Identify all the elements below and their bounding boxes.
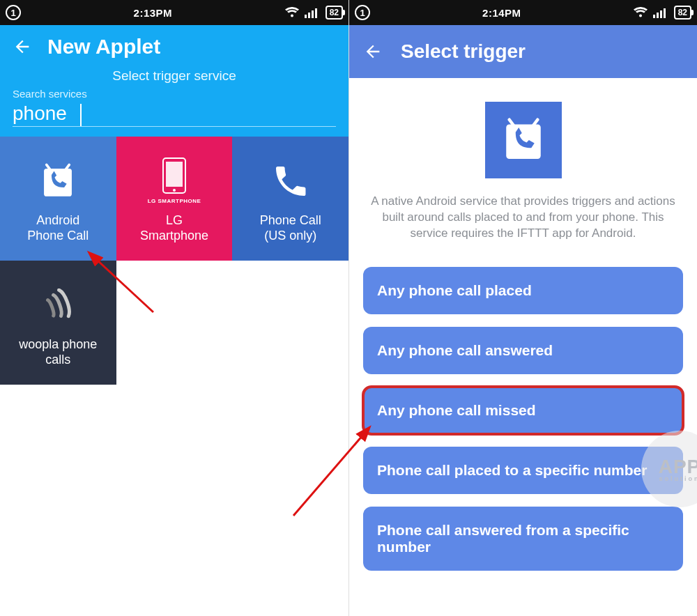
trigger-any-call-placed[interactable]: Any phone call placed [363,267,683,314]
trigger-any-call-missed[interactable]: Any phone call missed [363,387,683,434]
search-input[interactable] [13,100,336,127]
service-hero: A native Android service that provides t… [349,102,697,242]
header: New Applet Select trigger service Search… [0,25,348,137]
sim-indicator: 1 [6,5,21,20]
page-subtitle: Select trigger service [13,68,336,84]
svg-rect-2 [312,10,314,18]
screen-new-applet: 1 2:13PM 82 New Applet Select trigger se… [0,0,348,616]
svg-rect-11 [660,10,662,18]
empty-area [0,385,348,594]
signal-icon [305,7,320,18]
service-label: Phone Call(US only) [260,213,321,244]
text-cursor-icon [80,104,82,126]
service-label: LGSmartphone [140,213,208,244]
service-grid: AndroidPhone Call LG SMARTPHONE LGSmartp… [0,137,348,385]
svg-rect-6 [166,162,183,187]
page-title: New Applet [47,35,160,59]
lg-caption: LG SMARTPHONE [148,198,201,204]
screen-select-trigger: 1 2:14PM 82 Select trigger A native Andr… [348,0,697,616]
android-phone-icon [485,102,562,178]
svg-rect-3 [315,8,317,18]
woopla-icon [38,278,78,332]
svg-rect-10 [657,13,659,18]
battery-indicator: 82 [674,6,691,20]
service-label: woopla phonecalls [19,337,97,368]
signal-icon [653,7,668,18]
service-woopla[interactable]: woopla phonecalls [0,261,116,385]
wifi-icon [634,7,648,18]
service-phone-call-us[interactable]: Phone Call(US only) [232,137,348,261]
svg-rect-9 [653,15,655,18]
svg-rect-1 [308,13,310,18]
search-label: Search services [13,88,336,100]
svg-rect-12 [664,8,666,18]
service-label: AndroidPhone Call [27,213,89,244]
service-android-phone-call[interactable]: AndroidPhone Call [0,137,116,261]
trigger-any-call-answered[interactable]: Any phone call answered [363,327,683,374]
status-time: 2:14PM [370,7,634,19]
service-lg-smartphone[interactable]: LG SMARTPHONE LGSmartphone [116,137,233,261]
header: Select trigger [349,25,697,78]
status-bar: 1 2:14PM 82 [349,0,697,25]
phone-handset-icon [271,154,310,208]
svg-rect-0 [305,15,307,18]
back-arrow-icon[interactable] [13,37,32,56]
status-time: 2:13PM [21,7,285,19]
svg-point-7 [173,189,176,192]
back-arrow-icon[interactable] [363,42,383,61]
wifi-icon [285,7,299,18]
battery-indicator: 82 [325,6,343,20]
status-bar: 1 2:13PM 82 [0,0,348,25]
lg-phone-icon: LG SMARTPHONE [148,154,201,208]
sim-indicator: 1 [355,5,370,20]
service-description: A native Android service that provides t… [367,194,679,242]
trigger-call-placed-specific[interactable]: Phone call placed to a specific number [363,447,683,494]
trigger-list: Any phone call placed Any phone call ans… [349,267,697,571]
android-phone-icon [38,154,78,208]
page-title: Select trigger [401,40,526,63]
trigger-call-answered-specific[interactable]: Phone call answered from a specific numb… [363,507,683,571]
